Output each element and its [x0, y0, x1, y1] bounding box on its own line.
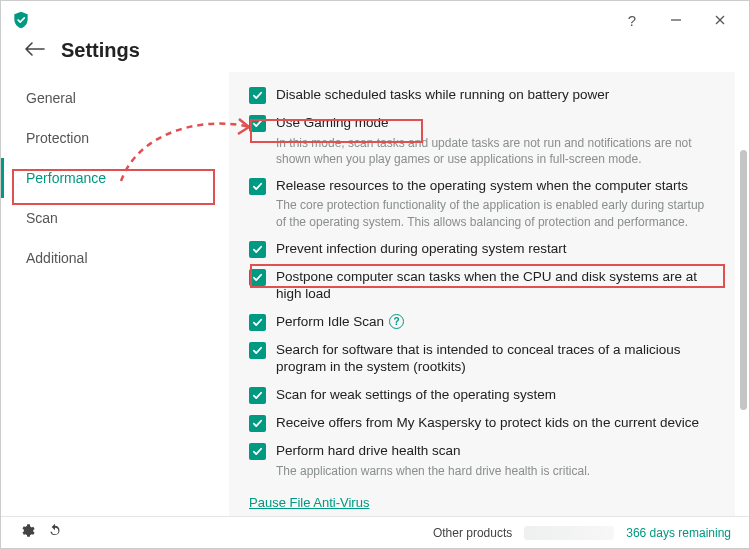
option-main: Postpone computer scan tasks when the CP…: [276, 268, 715, 303]
option-main: Use Gaming modeIn this mode, scan tasks …: [276, 114, 715, 167]
checkbox[interactable]: [249, 241, 266, 258]
option-label: Prevent infection during operating syste…: [276, 240, 715, 258]
option-label: Use Gaming mode: [276, 114, 715, 132]
option-label: Receive offers from My Kaspersky to prot…: [276, 414, 715, 432]
refresh-icon[interactable]: [47, 523, 63, 542]
option-label: Disable scheduled tasks while running on…: [276, 86, 715, 104]
scrollbar[interactable]: [740, 150, 747, 410]
sidebar-item-performance[interactable]: Performance: [1, 158, 229, 198]
option-row: Postpone computer scan tasks when the CP…: [249, 268, 715, 303]
option-main: Release resources to the operating syste…: [276, 177, 715, 230]
minimize-button[interactable]: [663, 7, 689, 33]
option-description: The application warns when the hard driv…: [276, 463, 715, 479]
page-title: Settings: [61, 39, 140, 62]
sidebar-item-general[interactable]: General: [1, 78, 229, 118]
option-label: Search for software that is intended to …: [276, 341, 715, 376]
checkbox[interactable]: [249, 178, 266, 195]
back-button[interactable]: [25, 40, 47, 61]
option-label-text: Postpone computer scan tasks when the CP…: [276, 268, 715, 303]
option-label: Scan for weak settings of the operating …: [276, 386, 715, 404]
checkbox[interactable]: [249, 115, 266, 132]
sidebar-item-additional[interactable]: Additional: [1, 238, 229, 278]
option-label-text: Perform Idle Scan: [276, 313, 384, 331]
option-description: In this mode, scan tasks and update task…: [276, 135, 715, 167]
other-products-link[interactable]: Other products: [433, 526, 512, 540]
close-button[interactable]: [707, 7, 733, 33]
sidebar-item-scan[interactable]: Scan: [1, 198, 229, 238]
window-controls: ?: [619, 7, 743, 33]
titlebar: ?: [1, 1, 749, 39]
option-row: Prevent infection during operating syste…: [249, 240, 715, 258]
days-remaining[interactable]: 366 days remaining: [626, 526, 731, 540]
checkbox[interactable]: [249, 342, 266, 359]
app-window: ? Settings General Protection Performanc…: [0, 0, 750, 549]
product-chip: [524, 526, 614, 540]
option-label: Perform hard drive health scan: [276, 442, 715, 460]
option-label: Release resources to the operating syste…: [276, 177, 715, 195]
option-label-text: Release resources to the operating syste…: [276, 177, 688, 195]
option-label: Perform Idle Scan?: [276, 313, 715, 331]
option-row: Receive offers from My Kaspersky to prot…: [249, 414, 715, 432]
option-description: The core protection functionality of the…: [276, 197, 715, 229]
checkbox[interactable]: [249, 443, 266, 460]
option-label-text: Use Gaming mode: [276, 114, 389, 132]
option-label-text: Receive offers from My Kaspersky to prot…: [276, 414, 699, 432]
app-shield-icon: [11, 10, 31, 30]
pause-antivirus-link[interactable]: Pause File Anti-Virus: [249, 495, 369, 510]
option-label-text: Disable scheduled tasks while running on…: [276, 86, 609, 104]
option-row: Disable scheduled tasks while running on…: [249, 86, 715, 104]
option-label-text: Scan for weak settings of the operating …: [276, 386, 556, 404]
option-main: Prevent infection during operating syste…: [276, 240, 715, 258]
option-label: Postpone computer scan tasks when the CP…: [276, 268, 715, 303]
option-main: Perform Idle Scan?: [276, 313, 715, 331]
option-row: Perform hard drive health scanThe applic…: [249, 442, 715, 479]
page-header: Settings: [1, 39, 749, 72]
option-row: Use Gaming modeIn this mode, scan tasks …: [249, 114, 715, 167]
sidebar-item-protection[interactable]: Protection: [1, 118, 229, 158]
checkbox[interactable]: [249, 387, 266, 404]
option-row: Release resources to the operating syste…: [249, 177, 715, 230]
checkbox[interactable]: [249, 314, 266, 331]
checkbox[interactable]: [249, 415, 266, 432]
titlebar-left: [11, 10, 31, 30]
option-row: Perform Idle Scan?: [249, 313, 715, 331]
option-label-text: Perform hard drive health scan: [276, 442, 461, 460]
option-label-text: Prevent infection during operating syste…: [276, 240, 566, 258]
settings-gear-icon[interactable]: [19, 523, 35, 542]
option-row: Search for software that is intended to …: [249, 341, 715, 376]
option-main: Perform hard drive health scanThe applic…: [276, 442, 715, 479]
sidebar: General Protection Performance Scan Addi…: [1, 72, 229, 516]
option-main: Disable scheduled tasks while running on…: [276, 86, 715, 104]
body: General Protection Performance Scan Addi…: [1, 72, 749, 516]
settings-panel: Disable scheduled tasks while running on…: [229, 72, 735, 516]
help-icon[interactable]: ?: [389, 314, 404, 329]
help-button[interactable]: ?: [619, 7, 645, 33]
option-main: Receive offers from My Kaspersky to prot…: [276, 414, 715, 432]
option-label-text: Search for software that is intended to …: [276, 341, 715, 376]
option-main: Scan for weak settings of the operating …: [276, 386, 715, 404]
option-row: Scan for weak settings of the operating …: [249, 386, 715, 404]
checkbox[interactable]: [249, 87, 266, 104]
checkbox[interactable]: [249, 269, 266, 286]
option-main: Search for software that is intended to …: [276, 341, 715, 376]
footer: Other products 366 days remaining: [1, 516, 749, 548]
content-wrap: Disable scheduled tasks while running on…: [229, 72, 749, 516]
